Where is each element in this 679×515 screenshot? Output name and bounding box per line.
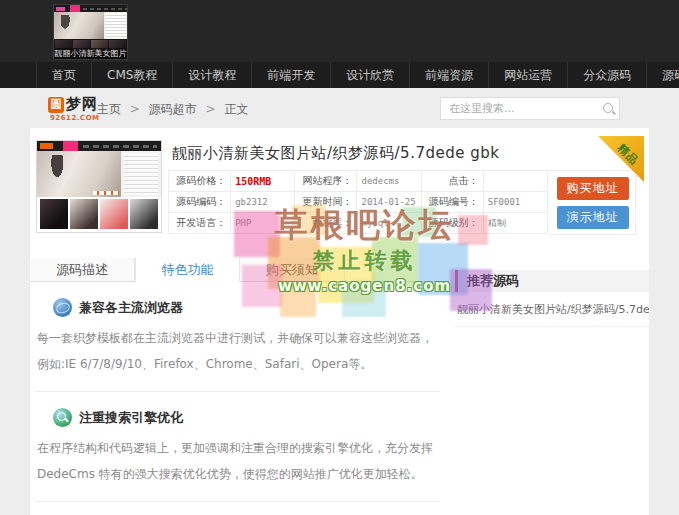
tab-bar: 源码描述 特色功能 购买须知 <box>30 258 445 282</box>
thumb-hero-photo <box>54 12 104 39</box>
screenshot-hero-photo <box>37 151 121 197</box>
info-value-updated: 2014-01-25 <box>357 192 421 213</box>
ribbon-label: 精品 <box>614 141 642 169</box>
feature-section-browsers: 兼容各主流浏览器 每一套织梦模板都在主流浏览器中进行测试，并确保可以兼容这些浏览… <box>30 282 445 377</box>
table-row: 源码价格： 150RMB 网站程序： dedecms 点击： <box>169 171 548 192</box>
screenshot-slider-dots <box>93 191 119 195</box>
thumb-hero <box>54 12 127 39</box>
breadcrumb-separator: > <box>130 102 140 116</box>
thumb-active-nav <box>70 5 80 12</box>
info-label-encoding: 源码编码： <box>169 192 231 213</box>
info-value-program: dedecms <box>357 171 421 192</box>
tab-description[interactable]: 源码描述 <box>30 258 135 281</box>
recommended-item[interactable]: 靓丽小清新美女图片站/织梦源码/5.7ded <box>455 292 649 327</box>
breadcrumb: 主页 > 源码超市 > 正文 <box>97 101 248 118</box>
nav-item-source-market[interactable]: 源码超市 <box>646 62 679 88</box>
product-header: 靓丽小清新美女图片站/织梦源码/5.7dede gbk 源码价格： 150RMB… <box>30 128 649 258</box>
info-label-updated: 更新时间： <box>295 192 357 213</box>
search-input[interactable] <box>441 102 602 115</box>
demo-button[interactable]: 演示地址 <box>557 206 629 229</box>
site-preview-thumbnail[interactable]: 靓丽小清新美女图片 <box>53 4 128 60</box>
nav-item-design-gallery[interactable]: 设计欣赏 <box>330 62 409 88</box>
tab-purchase-notes[interactable]: 购买须知 <box>240 258 345 281</box>
feature-section-seo: 注重搜索引擎优化 在程序结构和代码逻辑上，更加强调和注重合理的搜索引擎优化，充分… <box>30 392 445 487</box>
info-label-price: 源码价格： <box>169 171 231 192</box>
page-title: 靓丽小清新美女图片站/织梦源码/5.7dede gbk <box>172 144 499 163</box>
section-text: 在程序结构和代码逻辑上，更加强调和注重合理的搜索引擎优化，充分发挥 DedeCm… <box>35 435 440 487</box>
thumb-sidebar-list <box>105 13 126 38</box>
info-label-grade: 源码级别： <box>421 213 483 234</box>
table-row: 源码编码： gb2312 更新时间： 2014-01-25 源码编号： SF00… <box>169 192 548 213</box>
info-label-program: 网站程序： <box>295 171 357 192</box>
thumb-logo <box>56 7 65 11</box>
nav-item-site-operation[interactable]: 网站运营 <box>488 62 567 88</box>
product-info-table: 源码价格： 150RMB 网站程序： dedecms 点击： 源码编码： gb2… <box>168 170 548 234</box>
section-title: 兼容各主流浏览器 <box>79 299 183 317</box>
logo-icon: 圆 <box>48 97 64 113</box>
nav-item-cms-tutorial[interactable]: CMS教程 <box>91 62 172 88</box>
info-label-clicks: 点击： <box>421 171 483 192</box>
screenshot-active-nav <box>63 141 78 151</box>
table-row: 开发语言： PHP 数据库： mysql 源码级别： 精制 <box>169 213 548 234</box>
breadcrumb-home[interactable]: 主页 <box>97 102 121 116</box>
breadcrumb-separator: > <box>206 102 216 116</box>
tab-features[interactable]: 特色功能 <box>135 258 240 282</box>
info-label-sku: 源码编号： <box>421 192 483 213</box>
info-value-price: 150RMB <box>231 171 295 192</box>
info-value-language: PHP <box>231 213 295 234</box>
info-value-encoding: gb2312 <box>231 192 295 213</box>
info-value-database: mysql <box>357 213 421 234</box>
screenshot-nav-links <box>83 145 157 148</box>
main-nav: 首页 CMS教程 设计教程 前端开发 设计欣赏 前端资源 网站运营 分众源码 源… <box>0 62 679 88</box>
search-box <box>440 97 620 120</box>
nav-item-source-categories[interactable]: 分众源码 <box>567 62 646 88</box>
screenshot-hero <box>37 151 161 197</box>
thumb-nav-links <box>83 8 127 10</box>
screenshot-sidebar-list <box>124 153 158 195</box>
nav-item-frontend-resources[interactable]: 前端资源 <box>409 62 488 88</box>
breadcrumb-market[interactable]: 源码超市 <box>149 102 197 116</box>
info-value-clicks <box>483 171 547 192</box>
info-value-sku: SF0001 <box>483 192 547 213</box>
top-banner: 靓丽小清新美女图片 <box>0 0 679 62</box>
search-icon[interactable] <box>602 102 611 116</box>
logo-text: 梦网 <box>66 95 98 114</box>
breadcrumb-current: 正文 <box>224 102 248 116</box>
recommended-header: 推荐源码 <box>455 270 649 292</box>
product-screenshot[interactable] <box>36 140 162 233</box>
main-content: 靓丽小清新美女图片站/织梦源码/5.7dede gbk 源码价格： 150RMB… <box>30 128 649 515</box>
article-column: 源码描述 特色功能 购买须知 兼容各主流浏览器 每一套织梦模板都在主流浏览器中进… <box>30 258 445 515</box>
thumbnail-caption: 靓丽小清新美女图片 <box>54 48 127 59</box>
info-value-grade: 精制 <box>483 213 547 234</box>
buy-button[interactable]: 购买地址 <box>557 177 629 200</box>
nav-item-design-tutorial[interactable]: 设计教程 <box>172 62 251 88</box>
globe-icon <box>53 298 72 317</box>
sidebar: 推荐源码 靓丽小清新美女图片站/织梦源码/5.7ded <box>455 258 649 515</box>
info-label-language: 开发语言： <box>169 213 231 234</box>
nav-item-home[interactable]: 首页 <box>36 62 91 88</box>
info-label-database: 数据库： <box>295 213 357 234</box>
nav-item-frontend-dev[interactable]: 前端开发 <box>251 62 330 88</box>
screenshot-logo <box>40 143 53 149</box>
section-title: 注重搜索引擎优化 <box>79 409 183 427</box>
screenshot-gallery-row <box>37 197 161 231</box>
breadcrumb-bar: 圆 梦网 92612.COM 主页 > 源码超市 > 正文 <box>0 88 679 128</box>
thumb-nav-bar <box>54 5 127 12</box>
screenshot-nav-bar <box>37 141 161 151</box>
seo-magnifier-icon <box>53 408 72 427</box>
feature-section-css: CSS 标准HTML/CSS编码 符合标准的纯净 HTML/CSS 手写编码，更… <box>30 502 445 515</box>
section-text: 每一套织梦模板都在主流浏览器中进行测试，并确保可以兼容这些浏览器，例如:IE 6… <box>35 325 440 377</box>
action-panel: 购买地址 演示地址 <box>550 170 636 235</box>
